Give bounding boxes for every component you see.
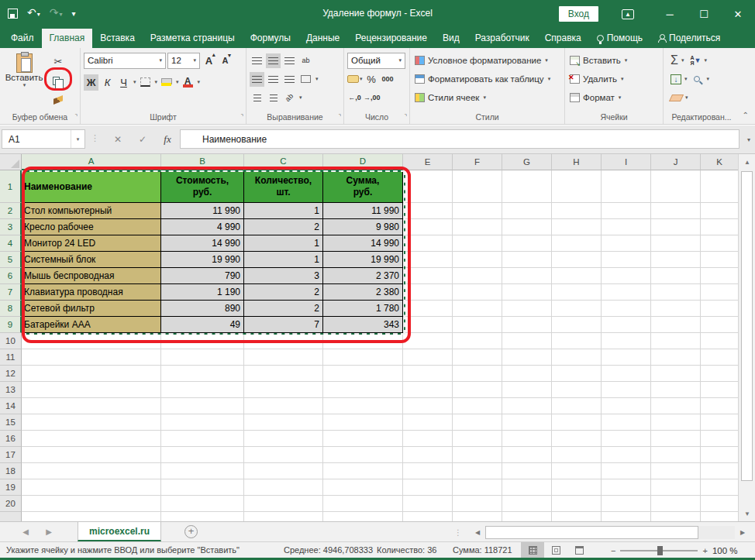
zoom-slider-thumb[interactable] — [657, 546, 663, 555]
tab-помощь[interactable]: Помощь — [589, 29, 650, 48]
percent-format-button[interactable]: % — [364, 71, 379, 88]
cell-I13[interactable] — [602, 382, 651, 398]
cell-E11[interactable] — [403, 349, 453, 366]
cell-G6[interactable] — [502, 268, 552, 284]
cell-I1[interactable] — [602, 170, 651, 203]
cell-I4[interactable] — [602, 235, 651, 252]
decrease-font-icon[interactable]: A▼ — [218, 53, 233, 69]
cell-K1[interactable] — [701, 170, 738, 203]
clipboard-dialog-launcher[interactable] — [71, 113, 78, 120]
cancel-formula-icon[interactable]: ✕ — [105, 134, 130, 145]
increase-indent-button[interactable] — [266, 91, 281, 105]
cell-A19[interactable] — [22, 479, 161, 496]
font-dialog-launcher[interactable] — [236, 113, 243, 120]
cell-F18[interactable] — [453, 463, 502, 479]
cell-E19[interactable] — [403, 479, 453, 496]
row-header-1[interactable]: 1 — [0, 170, 22, 203]
bold-button[interactable]: Ж — [84, 74, 98, 91]
cell-B2[interactable]: 11 990 — [161, 203, 244, 219]
cell-E21[interactable] — [403, 512, 453, 521]
cell-D2[interactable]: 11 990 — [323, 203, 403, 219]
borders-button[interactable] — [138, 74, 153, 91]
tab-разработчик[interactable]: Разработчик — [467, 29, 537, 48]
cell-F19[interactable] — [453, 479, 502, 496]
cell-A13[interactable] — [22, 382, 161, 398]
cell-A16[interactable] — [22, 431, 161, 447]
zoom-slider[interactable] — [620, 550, 698, 551]
cell-I5[interactable] — [602, 252, 651, 268]
cell-C16[interactable] — [244, 431, 323, 447]
clear-button[interactable]: ▾ — [668, 93, 691, 103]
cell-K20[interactable] — [701, 496, 738, 512]
insert-cells-button[interactable]: Вставить▾ — [565, 51, 663, 70]
page-break-view-button[interactable] — [567, 542, 591, 558]
cell-A11[interactable] — [22, 349, 161, 366]
cell-F13[interactable] — [453, 382, 502, 398]
fill-color-button[interactable] — [159, 74, 174, 91]
cell-A6[interactable]: Мышь беспроводная — [22, 268, 161, 284]
row-header-21[interactable] — [0, 512, 22, 521]
cell-A9[interactable]: Батарейки AAA — [22, 317, 161, 333]
column-header-I[interactable]: I — [602, 154, 651, 170]
cell-G12[interactable] — [502, 366, 552, 382]
cell-I10[interactable] — [602, 333, 651, 349]
cell-C7[interactable]: 2 — [244, 284, 323, 301]
ribbon-display-options-icon[interactable]: ▲ — [622, 9, 634, 19]
cell-F4[interactable] — [453, 235, 502, 252]
tab-split-handle[interactable]: ⋮ — [454, 528, 462, 537]
cell-B12[interactable] — [161, 366, 244, 382]
decrease-decimal-button[interactable]: →,00 — [364, 90, 381, 106]
underline-button[interactable]: Ч — [116, 74, 131, 91]
conditional-formatting-button[interactable]: Условное форматирование▾ — [410, 51, 564, 70]
cell-A7[interactable]: Клавиатура проводная — [22, 284, 161, 301]
row-header-15[interactable]: 15 — [0, 414, 22, 431]
alignment-dialog-launcher[interactable] — [334, 113, 341, 120]
cell-G19[interactable] — [502, 479, 552, 496]
close-button[interactable]: ✕ — [721, 0, 755, 28]
cell-D20[interactable] — [323, 496, 403, 512]
row-header-11[interactable]: 11 — [0, 349, 22, 366]
cell-I11[interactable] — [602, 349, 651, 366]
row-header-7[interactable]: 7 — [0, 284, 22, 301]
cell-B7[interactable]: 1 190 — [161, 284, 244, 301]
cell-A20[interactable] — [22, 496, 161, 512]
cell-D19[interactable] — [323, 479, 403, 496]
cell-I19[interactable] — [602, 479, 651, 496]
cell-D14[interactable] — [323, 398, 403, 414]
align-bottom-button[interactable] — [282, 53, 297, 68]
cell-H3[interactable] — [552, 219, 602, 235]
cell-D1[interactable]: Сумма, руб. — [323, 170, 403, 203]
cell-D10[interactable] — [323, 333, 403, 349]
cell-C14[interactable] — [244, 398, 323, 414]
cell-J16[interactable] — [651, 431, 701, 447]
column-header-B[interactable]: B — [161, 154, 244, 170]
cell-F10[interactable] — [453, 333, 502, 349]
cell-G21[interactable] — [502, 512, 552, 521]
cell-J9[interactable] — [651, 317, 701, 333]
cell-F5[interactable] — [453, 252, 502, 268]
cell-K3[interactable] — [701, 219, 738, 235]
cell-E13[interactable] — [403, 382, 453, 398]
sheet-nav-right-icon[interactable]: ▶ — [42, 527, 56, 536]
comma-format-button[interactable]: 000 — [381, 71, 395, 88]
tab-файл[interactable]: Файл — [3, 29, 42, 48]
cell-F16[interactable] — [453, 431, 502, 447]
format-as-table-button[interactable]: Форматировать как таблицу▾ — [410, 70, 564, 88]
cell-C20[interactable] — [244, 496, 323, 512]
cell-D17[interactable] — [323, 447, 403, 463]
cell-K21[interactable] — [701, 512, 738, 521]
row-header-8[interactable]: 8 — [0, 301, 22, 317]
cell-J20[interactable] — [651, 496, 701, 512]
cell-D11[interactable] — [323, 349, 403, 366]
vertical-scrollbar[interactable]: ▲ ▼ — [738, 154, 755, 521]
cut-button[interactable]: ✂ — [48, 53, 68, 69]
horizontal-scroll-thumb[interactable] — [485, 526, 698, 539]
tab-главная[interactable]: Главная — [42, 29, 93, 48]
cell-F11[interactable] — [453, 349, 502, 366]
cell-C3[interactable]: 2 — [244, 219, 323, 235]
cell-E15[interactable] — [403, 414, 453, 431]
row-header-9[interactable]: 9 — [0, 317, 22, 333]
cell-B11[interactable] — [161, 349, 244, 366]
orientation-button[interactable]: ab — [282, 91, 297, 105]
cell-G1[interactable] — [502, 170, 552, 203]
